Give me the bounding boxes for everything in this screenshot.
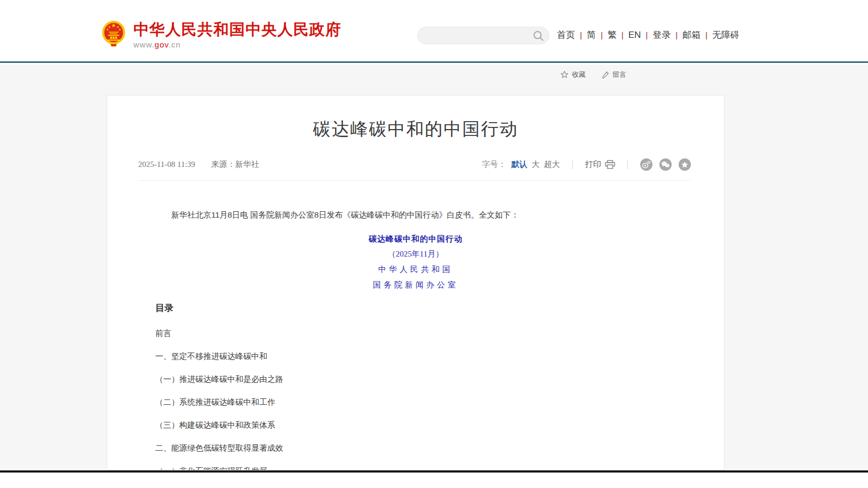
toc-item-1-1: （一）推进碳达峰碳中和是必由之路 bbox=[155, 374, 676, 383]
top-nav: 首页 | 简 | 繁 | EN | 登录 | 邮箱 | 无障碍 bbox=[557, 29, 739, 41]
nav-item-traditional[interactable]: 繁 bbox=[608, 29, 617, 41]
site-title: 中华人民共和国中央人民政府 bbox=[133, 20, 341, 38]
national-emblem-icon bbox=[101, 20, 126, 48]
favorite-button[interactable]: 收藏 bbox=[560, 70, 586, 79]
article-meta-right: 字号： 默认 大 超大 | 打印 | bbox=[482, 158, 691, 171]
site-url-www: www. bbox=[133, 40, 155, 49]
font-size-large-button[interactable]: 大 bbox=[532, 159, 540, 170]
search-input[interactable] bbox=[425, 28, 531, 44]
document-org-line1: 中华人民共和国 bbox=[155, 262, 676, 277]
nav-separator: | bbox=[580, 30, 582, 39]
search-icon[interactable] bbox=[533, 30, 544, 44]
nav-separator: | bbox=[675, 30, 678, 39]
nav-separator: | bbox=[646, 30, 648, 39]
site-url: www.gov.cn bbox=[133, 40, 341, 49]
toc-item-1: 一、坚定不移推进碳达峰碳中和 bbox=[155, 351, 676, 361]
toc-item-1-2: （二）系统推进碳达峰碳中和工作 bbox=[155, 397, 676, 406]
article-meta: 2025-11-08 11:39 来源： 新华社 字号： 默认 大 超大 | 打… bbox=[138, 157, 691, 171]
nav-separator: | bbox=[601, 30, 603, 39]
print-label: 打印 bbox=[585, 159, 601, 170]
share-wechat-button[interactable] bbox=[659, 158, 672, 171]
share-weibo-button[interactable] bbox=[640, 158, 652, 171]
print-button[interactable]: 打印 bbox=[585, 159, 615, 170]
comment-button[interactable]: 留言 bbox=[602, 70, 626, 79]
lead-paragraph: 新华社北京11月8日电 国务院新闻办公室8日发布《碳达峰碳中和的中国行动》白皮书… bbox=[155, 209, 676, 221]
search-box[interactable] bbox=[417, 27, 550, 44]
toc-item-2: 二、能源绿色低碳转型取得显著成效 bbox=[155, 443, 676, 452]
toc-item-preface: 前言 bbox=[155, 329, 676, 338]
weibo-icon bbox=[640, 158, 652, 171]
article-card: 碳达峰碳中和的中国行动 2025-11-08 11:39 来源： 新华社 字号：… bbox=[107, 95, 724, 470]
toc-item-1-3: （三）构建碳达峰碳中和政策体系 bbox=[155, 420, 676, 429]
article-meta-left: 2025-11-08 11:39 来源： 新华社 bbox=[138, 159, 259, 170]
wechat-icon bbox=[659, 158, 672, 171]
favorite-label: 收藏 bbox=[572, 70, 586, 79]
source-label: 来源： bbox=[211, 159, 235, 170]
page-actions: 收藏 留言 bbox=[560, 70, 626, 79]
printer-icon bbox=[605, 160, 615, 169]
star-share-icon bbox=[679, 158, 691, 171]
nav-item-login[interactable]: 登录 bbox=[652, 29, 671, 41]
pencil-icon bbox=[602, 71, 609, 79]
nav-item-home[interactable]: 首页 bbox=[557, 29, 575, 41]
document-date: （2025年11月） bbox=[155, 246, 676, 262]
toc-item-2-1: （一）非化石能源实现跃升发展 bbox=[155, 466, 676, 470]
share-star-button[interactable] bbox=[679, 158, 691, 171]
meta-separator: | bbox=[572, 159, 574, 169]
star-icon bbox=[560, 70, 569, 79]
comment-label: 留言 bbox=[612, 70, 626, 79]
nav-item-english[interactable]: EN bbox=[628, 30, 641, 41]
font-size-default-button[interactable]: 默认 bbox=[512, 159, 528, 170]
article-body: 新华社北京11月8日电 国务院新闻办公室8日发布《碳达峰碳中和的中国行动》白皮书… bbox=[155, 209, 676, 470]
bottom-edge-bar bbox=[0, 470, 868, 473]
source-value: 新华社 bbox=[235, 159, 259, 170]
meta-separator: | bbox=[627, 159, 628, 169]
nav-separator: | bbox=[622, 30, 624, 39]
article-date: 2025-11-08 11:39 bbox=[138, 160, 195, 169]
site-logo[interactable]: 中华人民共和国中央人民政府 www.gov.cn bbox=[101, 20, 341, 49]
nav-item-mail[interactable]: 邮箱 bbox=[682, 29, 700, 41]
document-title: 碳达峰碳中和的中国行动 bbox=[155, 231, 676, 246]
nav-item-simplified[interactable]: 简 bbox=[587, 29, 596, 41]
nav-item-accessibility[interactable]: 无障碍 bbox=[712, 29, 739, 41]
nav-separator: | bbox=[705, 30, 707, 39]
share-icons bbox=[640, 158, 691, 171]
page: 中华人民共和国中央人民政府 www.gov.cn 首页 | 简 | 繁 | EN… bbox=[0, 0, 868, 488]
site-header: 中华人民共和国中央人民政府 www.gov.cn 首页 | 简 | 繁 | EN… bbox=[0, 0, 868, 63]
meta-divider bbox=[138, 180, 691, 181]
site-url-cn: .cn bbox=[169, 40, 181, 49]
site-url-gov: gov bbox=[155, 40, 169, 49]
document-org-line2: 国务院新闻办公室 bbox=[155, 277, 676, 293]
toc-heading: 目录 bbox=[155, 301, 676, 315]
logo-text: 中华人民共和国中央人民政府 www.gov.cn bbox=[133, 20, 341, 49]
article-title: 碳达峰碳中和的中国行动 bbox=[107, 117, 724, 141]
font-size-label: 字号： bbox=[482, 159, 506, 170]
font-size-xlarge-button[interactable]: 超大 bbox=[544, 159, 560, 170]
